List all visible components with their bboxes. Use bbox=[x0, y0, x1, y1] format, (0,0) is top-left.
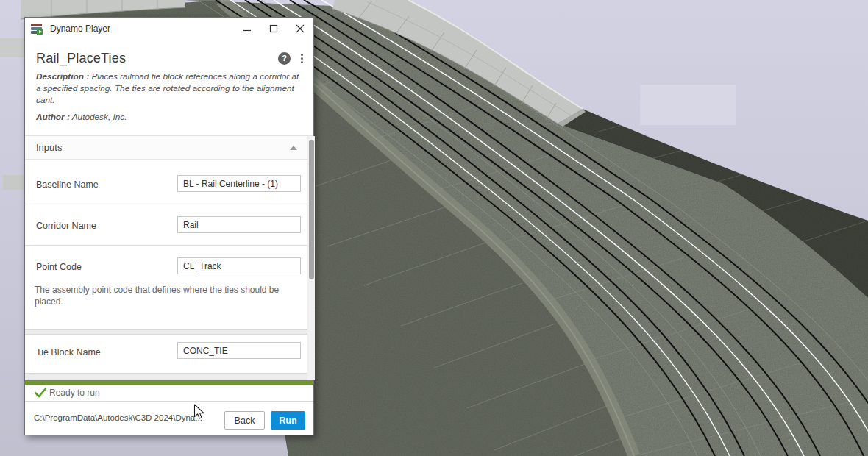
script-description: Description : Places railroad tie block … bbox=[36, 71, 304, 106]
check-icon bbox=[35, 388, 46, 399]
section-separator bbox=[25, 329, 313, 335]
inputs-section-header[interactable]: Inputs bbox=[25, 135, 313, 160]
minimize-button[interactable] bbox=[234, 18, 260, 40]
field-label-tie-block-name: Tie Block Name bbox=[36, 347, 101, 357]
title-bar[interactable]: Dynamo Player bbox=[25, 18, 313, 40]
maximize-button[interactable] bbox=[260, 18, 287, 40]
mouse-cursor bbox=[193, 404, 206, 421]
section-separator bbox=[25, 373, 313, 380]
author-label: Author : bbox=[36, 112, 70, 122]
field-label-corridor-name: Corridor Name bbox=[36, 221, 96, 231]
status-row: Ready to run bbox=[25, 385, 313, 401]
script-title: Rail_PlaceTies bbox=[36, 51, 126, 66]
author-text: Autodesk, Inc. bbox=[72, 112, 127, 122]
maximize-icon bbox=[269, 24, 278, 33]
scrollbar-track[interactable] bbox=[307, 136, 315, 380]
script-author: Author : Autodesk, Inc. bbox=[36, 112, 304, 122]
collapse-arrow-icon[interactable] bbox=[290, 146, 297, 150]
scrollbar-thumb[interactable] bbox=[309, 140, 314, 279]
divider bbox=[25, 245, 313, 246]
divider bbox=[25, 204, 313, 204]
description-label: Description : bbox=[36, 71, 89, 82]
footer-bar: C:\ProgramData\Autodesk\C3D 2024\Dyna...… bbox=[25, 402, 313, 435]
help-icon[interactable]: ? bbox=[278, 52, 291, 65]
tie-block-name-input[interactable] bbox=[177, 342, 301, 359]
point-code-input[interactable] bbox=[177, 257, 301, 274]
field-label-point-code: Point Code bbox=[36, 262, 82, 272]
back-button[interactable]: Back bbox=[224, 411, 265, 430]
dynamo-player-dialog: Dynamo Player Rail_PlaceTies ? Descripti… bbox=[24, 17, 314, 435]
window-title: Dynamo Player bbox=[50, 24, 110, 34]
field-label-baseline-name: Baseline Name bbox=[36, 179, 99, 190]
close-button[interactable] bbox=[287, 18, 313, 40]
baseline-name-input[interactable] bbox=[177, 175, 301, 192]
corridor-name-input[interactable] bbox=[177, 216, 301, 233]
point-code-help-text: The assembly point code that defines whe… bbox=[35, 284, 299, 307]
application-window: Dynamo Player Rail_PlaceTies ? Descripti… bbox=[0, 0, 868, 456]
script-path: C:\ProgramData\Autodesk\C3D 2024\Dyna... bbox=[34, 413, 216, 422]
run-button[interactable]: Run bbox=[271, 411, 305, 430]
dynamo-player-icon bbox=[31, 23, 43, 35]
minimize-icon bbox=[243, 24, 252, 33]
close-icon bbox=[296, 24, 305, 33]
status-message: Ready to run bbox=[49, 388, 100, 398]
inputs-section-title: Inputs bbox=[36, 142, 62, 153]
more-options-icon[interactable] bbox=[299, 52, 305, 65]
